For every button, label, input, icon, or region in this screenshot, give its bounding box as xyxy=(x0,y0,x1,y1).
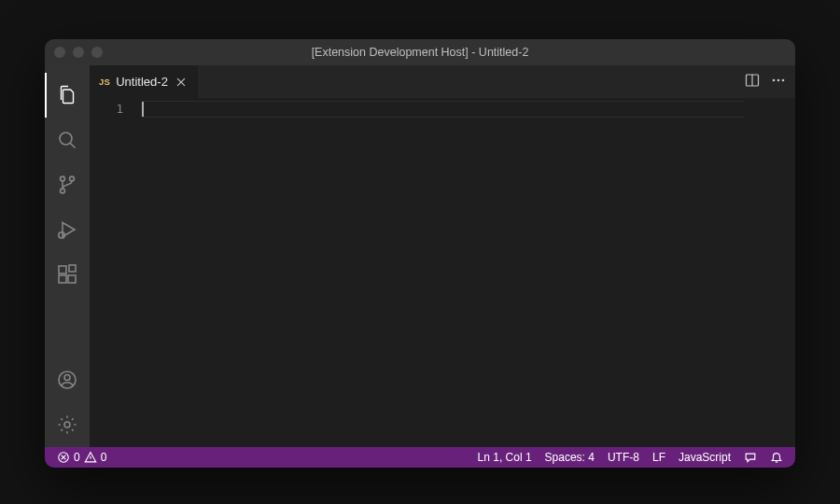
workbench-body: JS Untitled-2 1 xyxy=(45,65,795,447)
zoom-window-dot[interactable] xyxy=(91,47,103,58)
status-eol[interactable]: LF xyxy=(648,447,670,468)
svg-rect-8 xyxy=(68,275,76,283)
svg-point-3 xyxy=(61,176,65,181)
window-title: [Extension Development Host] - Untitled-… xyxy=(45,46,795,59)
current-line-highlight xyxy=(142,101,745,118)
run-debug-icon[interactable] xyxy=(45,207,90,252)
close-tab-icon[interactable] xyxy=(174,75,189,90)
status-encoding[interactable]: UTF-8 xyxy=(603,447,644,468)
js-file-icon: JS xyxy=(99,77,110,87)
tab-active[interactable]: JS Untitled-2 xyxy=(90,65,199,98)
split-editor-icon[interactable] xyxy=(745,73,760,91)
tab-bar: JS Untitled-2 xyxy=(90,65,795,98)
svg-rect-6 xyxy=(59,266,66,273)
svg-point-11 xyxy=(64,375,70,381)
accounts-icon[interactable] xyxy=(45,357,90,402)
svg-rect-7 xyxy=(59,275,66,283)
status-language-mode[interactable]: JavaScript xyxy=(674,447,735,468)
minimize-window-dot[interactable] xyxy=(73,47,84,58)
status-error-count: 0 xyxy=(74,451,80,464)
status-feedback-icon[interactable] xyxy=(739,447,762,468)
window-controls xyxy=(54,47,103,58)
explorer-icon[interactable] xyxy=(45,73,90,118)
svg-line-1 xyxy=(70,143,75,147)
editor-content[interactable] xyxy=(142,98,795,447)
settings-gear-icon[interactable] xyxy=(45,402,90,447)
status-warning-count: 0 xyxy=(101,451,107,464)
svg-point-12 xyxy=(64,422,70,427)
app-window: [Extension Development Host] - Untitled-… xyxy=(45,39,795,468)
status-problems[interactable]: 0 0 xyxy=(52,447,111,468)
error-icon xyxy=(57,451,70,464)
text-editor[interactable]: 1 xyxy=(90,98,795,447)
search-icon[interactable] xyxy=(45,118,90,162)
status-bar: 0 0 Ln 1, Col 1 Spaces: 4 UTF-8 LF JavaS… xyxy=(45,447,795,468)
warning-icon xyxy=(84,451,97,464)
status-indentation[interactable]: Spaces: 4 xyxy=(540,447,599,468)
editor-group: JS Untitled-2 1 xyxy=(90,65,795,447)
tab-label: Untitled-2 xyxy=(116,75,168,89)
source-control-icon[interactable] xyxy=(45,162,90,207)
svg-point-2 xyxy=(70,176,75,181)
status-bell-icon[interactable] xyxy=(765,447,788,468)
extensions-icon[interactable] xyxy=(45,252,90,297)
svg-rect-9 xyxy=(69,265,76,272)
svg-point-0 xyxy=(60,133,72,145)
titlebar[interactable]: [Extension Development Host] - Untitled-… xyxy=(45,39,795,65)
svg-point-19 xyxy=(782,79,785,82)
line-number: 1 xyxy=(90,101,123,118)
svg-point-17 xyxy=(773,79,776,82)
more-actions-icon[interactable] xyxy=(771,73,786,91)
line-number-gutter: 1 xyxy=(90,98,142,447)
close-window-dot[interactable] xyxy=(54,47,65,58)
editor-actions xyxy=(735,65,795,98)
svg-point-4 xyxy=(61,189,65,193)
svg-point-18 xyxy=(777,79,780,82)
activity-bar xyxy=(45,65,90,447)
text-cursor xyxy=(142,102,144,117)
status-cursor-position[interactable]: Ln 1, Col 1 xyxy=(473,447,537,468)
